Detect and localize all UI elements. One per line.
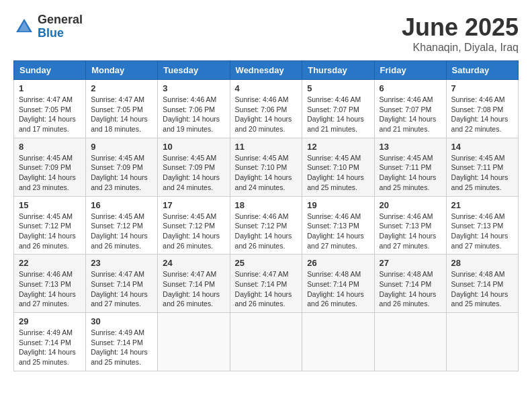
sunrise-text: Sunrise: 4:47 AM [163,270,216,278]
daylight-text: Daylight: 14 hours and 25 minutes. [19,348,76,366]
sunrise-text: Sunrise: 4:45 AM [163,154,216,162]
table-row: 11Sunrise: 4:45 AMSunset: 7:10 PMDayligh… [230,138,302,196]
day-number: 12 [307,142,369,152]
day-number: 27 [380,258,441,268]
sunrise-text: Sunrise: 4:48 AM [380,270,433,278]
logo-blue: Blue [38,27,83,40]
table-row: 12Sunrise: 4:45 AMSunset: 7:10 PMDayligh… [302,138,374,196]
table-row: 1Sunrise: 4:47 AMSunset: 7:05 PMDaylight… [14,80,86,138]
day-info: Sunrise: 4:46 AMSunset: 7:07 PMDaylight:… [307,95,369,134]
table-row: 4Sunrise: 4:46 AMSunset: 7:06 PMDaylight… [230,80,302,138]
header-thursday: Thursday [302,61,374,80]
sunrise-text: Sunrise: 4:46 AM [163,95,216,103]
daylight-text: Daylight: 14 hours and 26 minutes. [163,290,220,308]
table-row: 28Sunrise: 4:48 AMSunset: 7:14 PMDayligh… [446,255,518,313]
sunset-text: Sunset: 7:13 PM [451,222,504,230]
day-info: Sunrise: 4:48 AMSunset: 7:14 PMDaylight:… [380,269,441,309]
table-row: 15Sunrise: 4:45 AMSunset: 7:12 PMDayligh… [14,196,86,255]
daylight-text: Daylight: 14 hours and 25 minutes. [380,173,437,191]
day-number: 13 [380,142,441,152]
day-info: Sunrise: 4:46 AMSunset: 7:06 PMDaylight:… [235,95,298,134]
table-row: 2Sunrise: 4:47 AMSunset: 7:05 PMDaylight… [86,80,158,138]
header-wednesday: Wednesday [230,61,302,80]
table-row: 18Sunrise: 4:46 AMSunset: 7:12 PMDayligh… [230,196,302,255]
day-number: 6 [380,83,441,93]
sunset-text: Sunset: 7:12 PM [235,222,287,230]
sunrise-text: Sunrise: 4:45 AM [19,154,73,162]
sunrise-text: Sunrise: 4:49 AM [91,328,144,336]
table-row [230,313,302,371]
sunset-text: Sunset: 7:05 PM [91,105,143,113]
table-row: 22Sunrise: 4:46 AMSunset: 7:13 PMDayligh… [14,255,86,313]
calendar-week-row: 8Sunrise: 4:45 AMSunset: 7:09 PMDaylight… [14,138,519,196]
day-number: 9 [91,142,152,152]
sunrise-text: Sunrise: 4:46 AM [235,95,289,103]
sunset-text: Sunset: 7:14 PM [235,280,287,288]
day-info: Sunrise: 4:45 AMSunset: 7:09 PMDaylight:… [91,153,152,193]
sunrise-text: Sunrise: 4:46 AM [451,212,505,220]
sunset-text: Sunset: 7:13 PM [307,222,359,230]
calendar-week-row: 22Sunrise: 4:46 AMSunset: 7:13 PMDayligh… [14,255,519,313]
table-row: 26Sunrise: 4:48 AMSunset: 7:14 PMDayligh… [302,255,374,313]
logo-text: General Blue [38,13,83,40]
day-info: Sunrise: 4:46 AMSunset: 7:13 PMDaylight:… [307,212,369,251]
daylight-text: Daylight: 14 hours and 26 minutes. [235,290,292,308]
day-number: 23 [91,258,152,268]
day-info: Sunrise: 4:46 AMSunset: 7:07 PMDaylight:… [380,95,441,134]
header-friday: Friday [374,61,446,80]
daylight-text: Daylight: 14 hours and 26 minutes. [91,232,148,250]
sunset-text: Sunset: 7:12 PM [19,222,71,230]
day-info: Sunrise: 4:45 AMSunset: 7:09 PMDaylight:… [19,153,81,193]
day-info: Sunrise: 4:46 AMSunset: 7:08 PMDaylight:… [451,95,513,134]
sunset-text: Sunset: 7:09 PM [91,163,143,171]
header-saturday: Saturday [446,61,518,80]
sunrise-text: Sunrise: 4:47 AM [91,95,144,103]
table-row: 14Sunrise: 4:45 AMSunset: 7:11 PMDayligh… [446,138,518,196]
day-info: Sunrise: 4:45 AMSunset: 7:12 PMDaylight:… [163,212,224,251]
sunset-text: Sunset: 7:10 PM [235,163,287,171]
day-info: Sunrise: 4:49 AMSunset: 7:14 PMDaylight:… [19,328,81,367]
daylight-text: Daylight: 14 hours and 20 minutes. [235,115,292,133]
day-info: Sunrise: 4:47 AMSunset: 7:05 PMDaylight:… [19,95,81,134]
sunrise-text: Sunrise: 4:47 AM [19,95,73,103]
day-number: 24 [163,258,224,268]
daylight-text: Daylight: 14 hours and 27 minutes. [451,232,508,250]
table-row [302,313,374,371]
daylight-text: Daylight: 14 hours and 26 minutes. [307,290,364,308]
sunset-text: Sunset: 7:13 PM [19,280,71,288]
day-number: 2 [91,83,152,93]
title-block: June 2025 Khanaqin, Diyala, Iraq [402,13,519,54]
day-info: Sunrise: 4:46 AMSunset: 7:13 PMDaylight:… [380,212,441,251]
month-title: June 2025 [402,13,519,42]
table-row: 23Sunrise: 4:47 AMSunset: 7:14 PMDayligh… [86,255,158,313]
day-number: 7 [451,83,513,93]
day-number: 25 [235,258,298,268]
table-row: 17Sunrise: 4:45 AMSunset: 7:12 PMDayligh… [158,196,230,255]
sunset-text: Sunset: 7:14 PM [91,280,143,288]
sunset-text: Sunset: 7:06 PM [235,105,287,113]
day-number: 20 [380,200,441,210]
sunset-text: Sunset: 7:09 PM [19,163,71,171]
sunrise-text: Sunrise: 4:45 AM [91,154,144,162]
table-row: 8Sunrise: 4:45 AMSunset: 7:09 PMDaylight… [14,138,86,196]
table-row: 16Sunrise: 4:45 AMSunset: 7:12 PMDayligh… [86,196,158,255]
sunrise-text: Sunrise: 4:46 AM [380,212,433,220]
daylight-text: Daylight: 14 hours and 26 minutes. [235,232,292,250]
calendar-week-row: 15Sunrise: 4:45 AMSunset: 7:12 PMDayligh… [14,196,519,255]
table-row [374,313,446,371]
day-number: 14 [451,142,513,152]
sunrise-text: Sunrise: 4:46 AM [307,212,361,220]
daylight-text: Daylight: 14 hours and 27 minutes. [307,232,364,250]
sunrise-text: Sunrise: 4:48 AM [307,270,361,278]
day-number: 21 [451,200,513,210]
day-number: 1 [19,83,81,93]
daylight-text: Daylight: 14 hours and 17 minutes. [19,115,76,133]
calendar-header-row: Sunday Monday Tuesday Wednesday Thursday… [14,61,519,80]
sunset-text: Sunset: 7:14 PM [19,338,71,347]
sunrise-text: Sunrise: 4:46 AM [380,95,433,103]
sunrise-text: Sunrise: 4:46 AM [451,95,505,103]
day-info: Sunrise: 4:46 AMSunset: 7:06 PMDaylight:… [163,95,224,134]
sunrise-text: Sunrise: 4:45 AM [307,154,361,162]
day-info: Sunrise: 4:45 AMSunset: 7:11 PMDaylight:… [380,153,441,193]
sunset-text: Sunset: 7:14 PM [91,338,143,347]
